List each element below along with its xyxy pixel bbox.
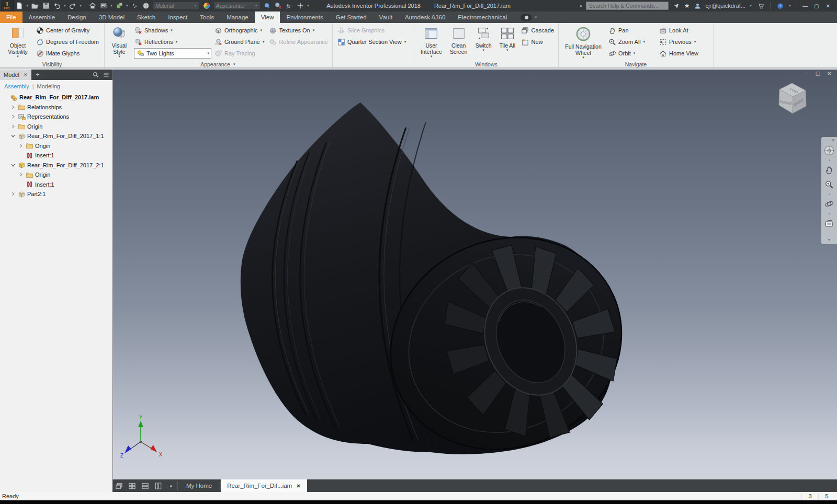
- tree-row[interactable]: Insert:1: [0, 151, 112, 161]
- material-browser-icon[interactable]: [141, 1, 151, 10]
- render-icon[interactable]: [98, 1, 109, 10]
- ribbon-tab[interactable]: 3D Model: [93, 12, 131, 23]
- tree-row[interactable]: Insert:1: [0, 180, 112, 190]
- parameters-fx-icon[interactable]: fx: [284, 1, 295, 10]
- tree-row[interactable]: Relationships: [0, 102, 112, 112]
- chevron-down-icon[interactable]: ▾: [25, 4, 29, 8]
- pan-button[interactable]: Pan: [606, 25, 656, 36]
- tree-node-label[interactable]: Rear_Rim_For_Diff_2017_2:1: [27, 162, 104, 168]
- ribbon-tab[interactable]: File: [0, 12, 22, 23]
- doc-minimize-button[interactable]: —: [802, 71, 811, 76]
- cascade-windows-icon[interactable]: [112, 479, 126, 492]
- tree-expand-icon[interactable]: [2, 95, 8, 100]
- look-at-icon[interactable]: [823, 217, 835, 230]
- tree-expand-icon[interactable]: [10, 162, 16, 168]
- new-window-button[interactable]: New: [519, 36, 556, 48]
- component-icon[interactable]: [114, 1, 125, 10]
- tree-node-label[interactable]: Insert:1: [35, 152, 54, 158]
- adjust-appearance-icon[interactable]: [262, 1, 273, 10]
- visual-style-button[interactable]: Visual Style ▾: [107, 25, 131, 58]
- previous-view-button[interactable]: Previous▾: [657, 36, 700, 48]
- orbit-button[interactable]: Orbit▾: [606, 48, 656, 59]
- ribbon-display-options[interactable]: ▾: [521, 12, 538, 23]
- ribbon-tab[interactable]: Design: [61, 12, 93, 23]
- home-icon[interactable]: [87, 1, 98, 10]
- tree-node-label[interactable]: Rear_Rim_For_Diff_2017_1:1: [27, 133, 104, 139]
- tree-node-label[interactable]: Origin: [35, 143, 50, 149]
- tree-expand-icon[interactable]: [10, 123, 16, 129]
- zoom-icon[interactable]: [823, 178, 835, 191]
- navbar-menu-icon[interactable]: ▾: [828, 237, 830, 243]
- chevron-down-icon[interactable]: ▾: [63, 4, 67, 8]
- vertical-tile-icon[interactable]: [152, 479, 165, 492]
- material-dropdown[interactable]: Material▾: [153, 2, 200, 10]
- group-label-appearance[interactable]: Appearance▾: [105, 61, 332, 67]
- tree-expand-icon[interactable]: [18, 143, 24, 148]
- orbit-icon[interactable]: [823, 198, 835, 210]
- search-input[interactable]: [586, 2, 669, 10]
- tree-row[interactable]: Origin: [0, 122, 112, 132]
- tree-expand-icon[interactable]: [10, 114, 16, 120]
- tree-row[interactable]: Rear_Rim_For_Diff_2017_2:1: [0, 161, 112, 170]
- object-visibility-button[interactable]: Object Visibility ▾: [3, 25, 33, 58]
- ribbon-tab[interactable]: Assemble: [22, 12, 62, 23]
- user-avatar-icon[interactable]: [693, 2, 702, 10]
- ribbon-tab[interactable]: Electromechanical: [451, 12, 513, 23]
- help-icon[interactable]: ?: [775, 2, 785, 10]
- ribbon-tab[interactable]: View: [255, 12, 280, 23]
- imate-dots-icon[interactable]: [130, 1, 140, 10]
- tree-node-label[interactable]: Part2:1: [27, 191, 46, 197]
- mode-assembly-link[interactable]: Assembly: [4, 83, 29, 89]
- expand-up-icon[interactable]: ▲: [165, 479, 177, 492]
- ribbon-tab[interactable]: Inspect: [162, 12, 194, 23]
- tile-all-button[interactable]: Tile All ▾: [496, 25, 518, 52]
- graphics-viewport[interactable]: — ▢ ✕: [112, 70, 837, 479]
- ray-tracing-button[interactable]: Ray Tracing: [212, 48, 266, 59]
- add-browser-tab-button[interactable]: +: [31, 71, 44, 78]
- look-at-button[interactable]: Look At: [657, 25, 700, 36]
- imate-glyphs-button[interactable]: iMate Glyphs: [34, 48, 100, 59]
- chevron-down-icon[interactable]: ▾: [788, 4, 792, 8]
- navigation-wheel-icon[interactable]: [823, 144, 835, 157]
- doc-restore-button[interactable]: ▢: [813, 71, 822, 76]
- tree-row[interactable]: Representations: [0, 112, 112, 122]
- restore-button[interactable]: ▢: [811, 3, 822, 9]
- mode-modeling-link[interactable]: Modeling: [37, 83, 61, 89]
- tree-expand-icon[interactable]: [18, 172, 24, 178]
- tree-node-label[interactable]: Relationships: [27, 104, 62, 110]
- ribbon-tab[interactable]: Manage: [220, 12, 255, 23]
- new-file-icon[interactable]: [14, 1, 25, 10]
- open-file-icon[interactable]: [30, 1, 40, 10]
- lighting-style-select[interactable]: Two Lights▾: [134, 48, 211, 59]
- reflections-button[interactable]: Reflections▾: [132, 36, 211, 48]
- tree-row[interactable]: Origin: [0, 141, 112, 151]
- redo-icon[interactable]: [67, 1, 78, 10]
- qat-customize-icon[interactable]: ▾: [306, 4, 310, 8]
- tree-node-label[interactable]: Origin: [35, 171, 50, 178]
- ribbon-tab[interactable]: Vault: [373, 12, 399, 23]
- slice-graphics-button[interactable]: Slice Graphics: [335, 25, 408, 36]
- orthographic-button[interactable]: Orthographic▾: [212, 25, 266, 36]
- close-icon[interactable]: ✕: [831, 138, 835, 143]
- minimize-button[interactable]: —: [799, 3, 811, 9]
- degrees-of-freedom-button[interactable]: Degrees of Freedom: [34, 36, 100, 48]
- close-button[interactable]: ✕: [822, 3, 834, 9]
- chevron-down-icon[interactable]: ▾: [78, 4, 83, 8]
- 3d-model-rear-rim[interactable]: [113, 70, 837, 479]
- tree-expand-icon[interactable]: [18, 181, 24, 187]
- tree-node-label[interactable]: Rear_Rim_For_Diff_2017.iam: [19, 94, 99, 100]
- tree-expand-icon[interactable]: [18, 153, 24, 158]
- refine-appearance-button[interactable]: Refine Appearance: [267, 36, 330, 48]
- inventor-logo-icon[interactable]: IPRO: [1, 0, 14, 12]
- save-icon[interactable]: [41, 1, 51, 10]
- hamburger-menu-icon[interactable]: [103, 72, 109, 78]
- ground-plane-button[interactable]: Ground Plane▾: [212, 36, 266, 48]
- tree-expand-icon[interactable]: [10, 191, 16, 197]
- tile-windows-icon[interactable]: [126, 479, 139, 492]
- cascade-button[interactable]: Cascade: [519, 25, 556, 36]
- textures-on-button[interactable]: Textures On▾: [267, 25, 330, 36]
- ribbon-tab[interactable]: Tools: [194, 12, 220, 23]
- doc-close-button[interactable]: ✕: [825, 71, 834, 76]
- home-view-button[interactable]: Home View: [657, 48, 700, 59]
- close-icon[interactable]: ✕: [24, 72, 28, 77]
